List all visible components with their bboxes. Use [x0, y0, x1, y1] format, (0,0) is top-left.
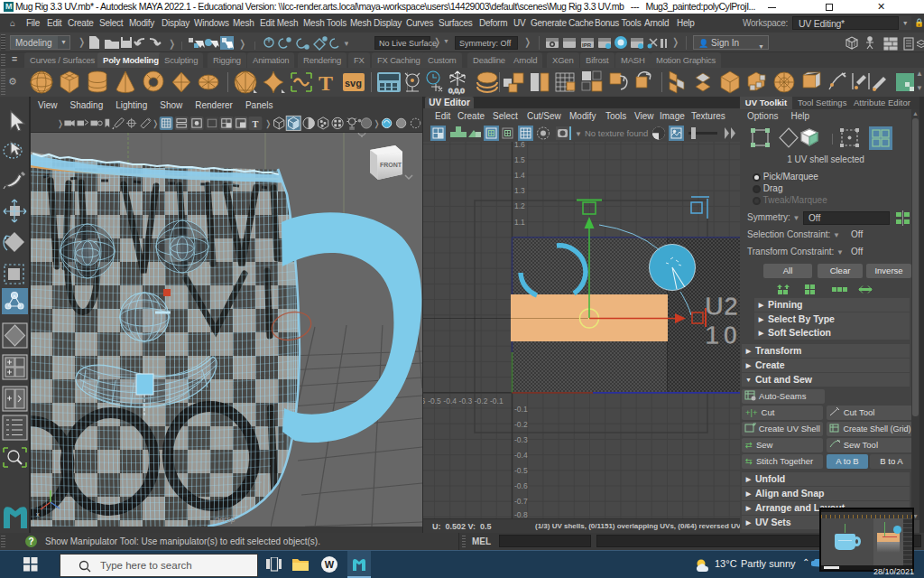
svg-text:❭: ❭ [374, 118, 381, 129]
svg-text:FRONT: FRONT [380, 162, 402, 168]
svg-text:▼: ▼ [343, 40, 348, 48]
svg-text:1.1: 1.1 [514, 218, 525, 227]
svg-text:T: T [253, 119, 259, 129]
svg-text:-0.1: -0.1 [514, 405, 528, 414]
svg-text:-0.1: -0.1 [490, 396, 504, 406]
svg-text:T: T [319, 71, 333, 95]
svg-text:1.4: 1.4 [514, 171, 525, 180]
svg-text:x: x [36, 511, 40, 517]
svg-text:1.2: 1.2 [514, 201, 525, 210]
svg-text:IPR: IPR [582, 42, 592, 48]
svg-text:❭: ❭ [168, 38, 176, 50]
svg-text:No texture found: No texture found [585, 128, 648, 138]
svg-text:-0.4: -0.4 [443, 396, 457, 406]
svg-text:❭: ❭ [57, 118, 64, 129]
svg-text:1.3: 1.3 [514, 186, 525, 195]
svg-text:▼: ▼ [575, 130, 582, 138]
svg-text:-0.5: -0.5 [514, 466, 528, 475]
svg-text:❭: ❭ [152, 118, 159, 129]
svg-text:1.6: 1.6 [514, 142, 525, 149]
svg-text:U2: U2 [705, 292, 738, 321]
svg-text:❭: ❭ [238, 38, 246, 50]
svg-text:-0.6: -0.6 [423, 396, 426, 406]
svg-text:-0.5: -0.5 [428, 396, 441, 406]
svg-text:1.5: 1.5 [514, 155, 525, 164]
svg-text:svg: svg [345, 78, 362, 89]
svg-text:-0.6: -0.6 [514, 481, 528, 490]
svg-text:-0.4: -0.4 [514, 451, 528, 460]
svg-text:❭: ❭ [264, 118, 272, 129]
svg-text:-0.7: -0.7 [514, 497, 528, 506]
svg-text:-0.3: -0.3 [459, 396, 473, 406]
svg-text:-0.2: -0.2 [514, 420, 528, 429]
svg-text:persp: persp [215, 515, 236, 524]
svg-text:10: 10 [705, 321, 740, 350]
svg-text:0,0,0: 0,0,0 [448, 87, 465, 95]
svg-text:-0.2: -0.2 [475, 396, 488, 406]
svg-text:-0.8: -0.8 [514, 510, 528, 518]
svg-text:-0.3: -0.3 [514, 435, 528, 444]
